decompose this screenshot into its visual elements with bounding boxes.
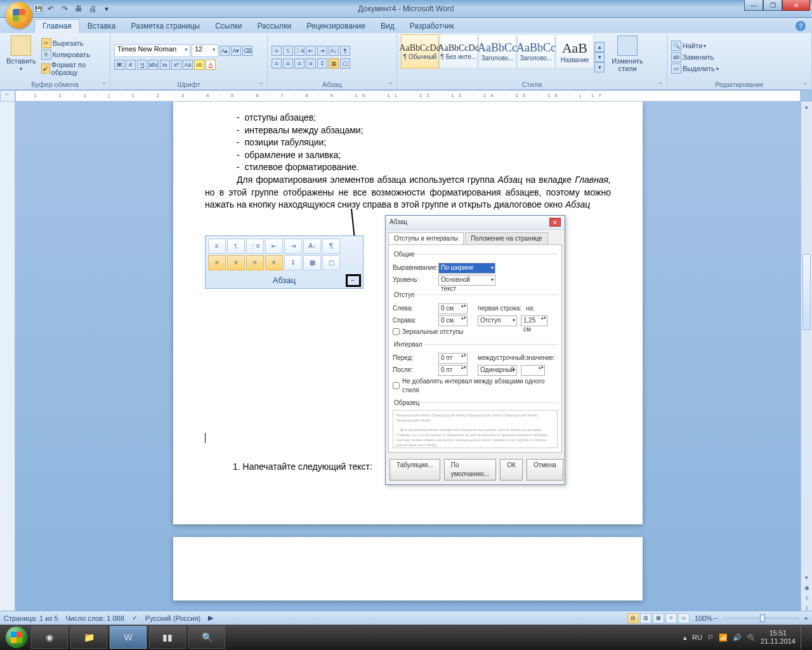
tab-developer[interactable]: Разработчик	[402, 20, 462, 33]
shrink-font-icon[interactable]: A▾	[231, 46, 241, 56]
tab-view[interactable]: Вид	[373, 20, 402, 33]
styles-up-icon[interactable]: ▴	[594, 42, 605, 52]
cut-button[interactable]: ✂Вырезать	[41, 38, 106, 48]
task-app1[interactable]: ▮▮	[149, 626, 186, 649]
replace-button[interactable]: abЗаменить	[671, 52, 719, 62]
align-left-icon[interactable]: ≡	[272, 58, 282, 69]
tab-layout[interactable]: Разметка страницы	[123, 20, 207, 33]
spellcheck-icon[interactable]: ✓	[132, 614, 138, 622]
tray-clock[interactable]: 15:51 21.11.2014	[761, 629, 796, 646]
quick-print-icon[interactable]: 🖨	[86, 3, 99, 15]
tray-action-icon[interactable]: ⚐	[707, 633, 714, 642]
minimize-button[interactable]: —	[744, 0, 763, 11]
justify-icon[interactable]: ≡	[306, 58, 316, 69]
dec-indent-icon[interactable]: ⇤	[306, 46, 316, 56]
tray-lang[interactable]: RU	[692, 633, 702, 641]
change-case-icon[interactable]: Aa	[183, 60, 193, 70]
style-nospace[interactable]: AaBbCcDd¶ Без инте...	[440, 34, 478, 69]
italic-icon[interactable]: К	[126, 60, 136, 70]
paste-button[interactable]: Вставить ▾	[4, 34, 39, 79]
task-word[interactable]: W	[110, 626, 147, 649]
language-indicator[interactable]: Русский (Россия)	[145, 614, 200, 622]
macro-icon[interactable]: ▶	[208, 614, 213, 622]
shading-icon[interactable]: ▦	[329, 58, 339, 69]
tab-mailings[interactable]: Рассылки	[249, 20, 299, 33]
align-center-icon[interactable]: ≡	[283, 58, 293, 69]
zoom-level[interactable]: 100%	[695, 614, 712, 622]
word-count[interactable]: Число слов: 1 088	[66, 614, 124, 622]
zoom-thumb[interactable]	[760, 614, 765, 622]
tab-references[interactable]: Ссылки	[207, 20, 249, 33]
save-icon[interactable]: 💾	[33, 4, 43, 14]
browse-object-icon[interactable]: ⫴	[801, 593, 812, 603]
superscript-icon[interactable]: x²	[171, 60, 181, 70]
tray-network-icon[interactable]: 📶	[719, 633, 728, 642]
format-painter-button[interactable]: 🖌Формат по образцу	[41, 61, 106, 76]
tray-power-icon[interactable]: 🔌	[747, 633, 756, 642]
styles-gallery[interactable]: AaBbCcDd¶ Обычный AaBbCcDd¶ Без инте... …	[401, 34, 605, 79]
font-name-select[interactable]: Times New Roman	[114, 44, 190, 57]
document-viewport[interactable]: - отступы абзацев; - интервалы между абз…	[15, 102, 801, 613]
styles-down-icon[interactable]: ▾	[594, 52, 605, 62]
scrollbar-thumb[interactable]	[802, 254, 811, 330]
undo-icon[interactable]: ↶	[44, 3, 57, 15]
web-view[interactable]: ▦	[653, 613, 664, 623]
task-app2[interactable]: 🔍	[188, 626, 225, 649]
font-color-icon[interactable]: A	[206, 60, 216, 70]
style-h1[interactable]: AaBbCcЗаголово...	[478, 34, 516, 69]
change-styles-button[interactable]: Изменить стили	[607, 34, 648, 79]
styles-more-icon[interactable]: ▾	[594, 62, 605, 72]
redo-icon[interactable]: ↷	[58, 3, 71, 15]
start-button[interactable]	[4, 625, 29, 650]
bold-icon[interactable]: Ж	[114, 60, 124, 70]
borders-icon[interactable]: ▢	[340, 58, 350, 69]
zoom-out-icon[interactable]: −	[714, 614, 717, 622]
grow-font-icon[interactable]: A▴	[219, 46, 230, 56]
line-spacing-icon[interactable]: ‡	[317, 58, 327, 69]
align-right-icon[interactable]: ≡	[294, 58, 304, 69]
print-layout-view[interactable]: ▤	[627, 613, 639, 623]
prev-page-icon[interactable]: ◉	[801, 583, 812, 593]
subscript-icon[interactable]: x₂	[160, 60, 170, 70]
highlight-icon[interactable]: ab	[194, 60, 204, 70]
restore-button[interactable]: ❐	[763, 0, 782, 11]
print-preview-icon[interactable]: 🖶	[72, 3, 85, 15]
office-button[interactable]	[6, 2, 32, 29]
showmarks-icon[interactable]: ¶	[340, 46, 350, 56]
help-icon[interactable]: ?	[796, 21, 806, 31]
page-1[interactable]: - отступы абзацев; - интервалы между абз…	[173, 102, 643, 524]
draft-view[interactable]: ▭	[678, 613, 690, 623]
strike-icon[interactable]: abc	[148, 60, 159, 70]
zoom-in-icon[interactable]: +	[804, 614, 808, 622]
zoom-slider[interactable]	[723, 617, 799, 620]
tray-more-icon[interactable]: ▴	[683, 633, 687, 642]
tab-review[interactable]: Рецензирование	[299, 20, 373, 33]
find-button[interactable]: 🔍Найти▾	[671, 41, 719, 51]
style-title[interactable]: АаВНазвание	[556, 34, 594, 69]
task-explorer[interactable]: 📁	[70, 626, 107, 649]
style-h2[interactable]: AaBbCcЗаголово...	[517, 34, 555, 69]
copy-button[interactable]: ⎘Копировать	[41, 50, 106, 60]
numbering-icon[interactable]: ⒈	[283, 46, 293, 56]
ruler-corner[interactable]: ⌐	[0, 90, 15, 102]
tab-insert[interactable]: Вставка	[80, 20, 124, 33]
scroll-up-icon[interactable]: ▴	[801, 102, 812, 112]
task-chrome[interactable]: ◉	[31, 626, 68, 649]
multilevel-icon[interactable]: ⋮≡	[294, 46, 304, 56]
tab-home[interactable]: Главная	[34, 19, 80, 33]
select-button[interactable]: ▭Выделить▾	[671, 63, 719, 74]
qat-more-icon[interactable]: ▾	[100, 3, 113, 15]
scroll-down-icon[interactable]: ▾	[801, 573, 812, 583]
style-normal[interactable]: AaBbCcDd¶ Обычный	[401, 34, 439, 69]
page-2[interactable]	[173, 537, 643, 600]
horizontal-ruler[interactable]	[15, 90, 801, 102]
font-size-select[interactable]: 12	[192, 44, 218, 57]
clear-format-icon[interactable]: ⌫	[242, 46, 252, 56]
bullets-icon[interactable]: ≡	[272, 46, 282, 56]
inc-indent-icon[interactable]: ⇥	[317, 46, 327, 56]
outline-view[interactable]: ≡	[665, 613, 677, 623]
show-desktop-button[interactable]	[801, 626, 806, 649]
vertical-ruler[interactable]	[0, 102, 15, 613]
page-indicator[interactable]: Страница: 1 из 5	[4, 614, 58, 622]
tray-volume-icon[interactable]: 🔊	[733, 633, 742, 642]
